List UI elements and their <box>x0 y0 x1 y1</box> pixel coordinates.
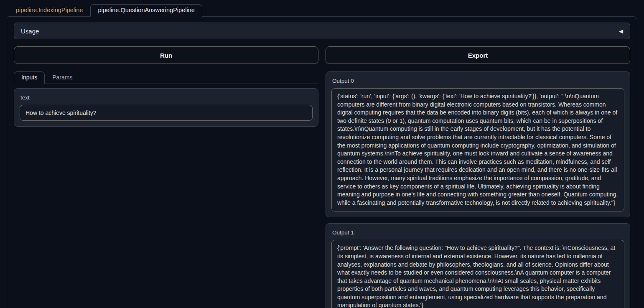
text-input-group: text <box>14 88 318 127</box>
right-column: Export Output 0 {'status': 'run', 'input… <box>326 46 630 308</box>
output-1-group: Output 1 {'prompt': 'Answer the followin… <box>326 223 630 308</box>
export-button[interactable]: Export <box>326 46 630 64</box>
app-window: pipeline.IndexingPipeline pipeline.Quest… <box>0 0 644 308</box>
output-0-textbox[interactable]: {'status': 'run', 'input': {'args': (), … <box>331 88 624 211</box>
pipeline-tab-panel: Usage ◀ Run Inputs Params text Export Ou… <box>7 16 637 308</box>
text-input[interactable] <box>20 105 313 121</box>
collapse-arrow-icon[interactable]: ◀ <box>619 28 623 34</box>
run-button[interactable]: Run <box>14 46 318 64</box>
tab-question-answering-pipeline[interactable]: pipeline.QuestionAnsweringPipeline <box>90 4 202 17</box>
tab-indexing-pipeline[interactable]: pipeline.IndexingPipeline <box>8 4 90 16</box>
left-column: Run Inputs Params text <box>14 46 318 127</box>
tab-params[interactable]: Params <box>45 71 80 84</box>
tab-inputs[interactable]: Inputs <box>14 71 45 84</box>
main-columns: Run Inputs Params text Export Output 0 {… <box>14 46 630 308</box>
text-field-label: text <box>20 94 313 101</box>
pipeline-tabbar: pipeline.IndexingPipeline pipeline.Quest… <box>0 0 644 16</box>
output-1-label: Output 1 <box>332 229 624 236</box>
output-0-label: Output 0 <box>332 78 624 84</box>
io-tabbar: Inputs Params <box>14 71 318 84</box>
usage-accordion[interactable]: Usage ◀ <box>14 23 630 39</box>
output-1-textbox[interactable]: {'prompt': 'Answer the following questio… <box>331 240 624 308</box>
usage-accordion-label: Usage <box>21 28 39 35</box>
output-0-group: Output 0 {'status': 'run', 'input': {'ar… <box>326 71 630 217</box>
